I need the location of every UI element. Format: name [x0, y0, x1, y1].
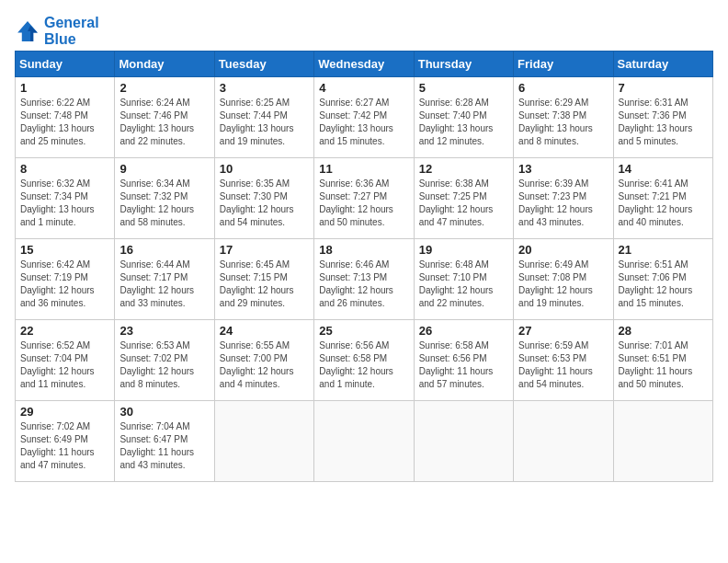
day-info: Sunrise: 7:04 AMSunset: 6:47 PMDaylight:…: [119, 420, 209, 472]
day-info: Sunrise: 6:51 AMSunset: 7:06 PMDaylight:…: [619, 259, 708, 310]
calendar-cell: 5 Sunrise: 6:28 AMSunset: 7:40 PMDayligh…: [414, 77, 513, 158]
logo-icon: [15, 18, 40, 44]
week-row-4: 22 Sunrise: 6:52 AMSunset: 7:04 PMDaylig…: [16, 320, 713, 401]
day-number: 2: [119, 81, 209, 95]
day-number: 13: [518, 162, 608, 176]
day-info: Sunrise: 6:55 AMSunset: 7:00 PMDaylight:…: [220, 339, 309, 391]
header-cell-sunday: Sunday: [16, 52, 115, 77]
calendar-table: SundayMondayTuesdayWednesdayThursdayFrid…: [15, 51, 713, 482]
calendar-cell: 30 Sunrise: 7:04 AMSunset: 6:47 PMDaylig…: [115, 401, 214, 482]
day-info: Sunrise: 6:29 AMSunset: 7:38 PMDaylight:…: [518, 97, 608, 148]
calendar-cell: 10 Sunrise: 6:35 AMSunset: 7:30 PMDaylig…: [214, 158, 313, 239]
day-number: 16: [119, 243, 209, 257]
calendar-cell: 7 Sunrise: 6:31 AMSunset: 7:36 PMDayligh…: [613, 77, 712, 158]
day-number: 18: [319, 243, 408, 257]
calendar-cell: [613, 401, 712, 482]
day-info: Sunrise: 6:48 AMSunset: 7:10 PMDaylight:…: [419, 259, 508, 310]
day-info: Sunrise: 6:56 AMSunset: 6:58 PMDaylight:…: [319, 339, 408, 391]
day-info: Sunrise: 6:49 AMSunset: 7:08 PMDaylight:…: [518, 259, 608, 310]
day-info: Sunrise: 6:27 AMSunset: 7:42 PMDaylight:…: [319, 97, 408, 148]
calendar-cell: 9 Sunrise: 6:34 AMSunset: 7:32 PMDayligh…: [115, 158, 214, 239]
calendar-cell: 24 Sunrise: 6:55 AMSunset: 7:00 PMDaylig…: [214, 320, 313, 401]
header-cell-thursday: Thursday: [414, 52, 513, 77]
day-number: 14: [619, 162, 708, 176]
day-number: 9: [119, 162, 209, 176]
day-number: 11: [319, 162, 408, 176]
calendar-cell: [414, 401, 513, 482]
calendar-cell: [514, 401, 613, 482]
day-number: 24: [220, 324, 309, 338]
header-cell-wednesday: Wednesday: [314, 52, 414, 77]
day-info: Sunrise: 6:35 AMSunset: 7:30 PMDaylight:…: [220, 178, 309, 229]
day-info: Sunrise: 6:53 AMSunset: 7:02 PMDaylight:…: [119, 339, 209, 391]
day-number: 19: [419, 243, 508, 257]
day-info: Sunrise: 6:28 AMSunset: 7:40 PMDaylight:…: [419, 97, 508, 148]
day-number: 23: [119, 324, 209, 338]
day-number: 7: [619, 81, 708, 95]
header-cell-monday: Monday: [115, 52, 214, 77]
day-number: 20: [518, 243, 608, 257]
calendar-cell: 15 Sunrise: 6:42 AMSunset: 7:19 PMDaylig…: [16, 239, 115, 320]
day-info: Sunrise: 6:52 AMSunset: 7:04 PMDaylight:…: [20, 339, 109, 391]
day-info: Sunrise: 6:25 AMSunset: 7:44 PMDaylight:…: [220, 97, 309, 148]
week-row-5: 29 Sunrise: 7:02 AMSunset: 6:49 PMDaylig…: [16, 401, 713, 482]
day-info: Sunrise: 6:41 AMSunset: 7:21 PMDaylight:…: [619, 178, 708, 229]
day-number: 28: [619, 324, 708, 338]
calendar-cell: 23 Sunrise: 6:53 AMSunset: 7:02 PMDaylig…: [115, 320, 214, 401]
week-row-3: 15 Sunrise: 6:42 AMSunset: 7:19 PMDaylig…: [16, 239, 713, 320]
header-cell-saturday: Saturday: [613, 52, 712, 77]
calendar-cell: 16 Sunrise: 6:44 AMSunset: 7:17 PMDaylig…: [115, 239, 214, 320]
header-cell-tuesday: Tuesday: [214, 52, 313, 77]
day-info: Sunrise: 6:42 AMSunset: 7:19 PMDaylight:…: [20, 259, 109, 310]
calendar-cell: 27 Sunrise: 6:59 AMSunset: 6:53 PMDaylig…: [514, 320, 613, 401]
day-info: Sunrise: 6:44 AMSunset: 7:17 PMDaylight:…: [119, 259, 209, 310]
calendar-cell: 21 Sunrise: 6:51 AMSunset: 7:06 PMDaylig…: [613, 239, 712, 320]
calendar-body: 1 Sunrise: 6:22 AMSunset: 7:48 PMDayligh…: [16, 77, 713, 482]
calendar-cell: 2 Sunrise: 6:24 AMSunset: 7:46 PMDayligh…: [115, 77, 214, 158]
day-info: Sunrise: 7:01 AMSunset: 6:51 PMDaylight:…: [619, 339, 708, 391]
week-row-1: 1 Sunrise: 6:22 AMSunset: 7:48 PMDayligh…: [16, 77, 713, 158]
calendar-cell: 14 Sunrise: 6:41 AMSunset: 7:21 PMDaylig…: [613, 158, 712, 239]
day-info: Sunrise: 6:24 AMSunset: 7:46 PMDaylight:…: [119, 97, 209, 148]
day-number: 5: [419, 81, 508, 95]
calendar-cell: 26 Sunrise: 6:58 AMSunset: 6:56 PMDaylig…: [414, 320, 513, 401]
calendar-cell: 6 Sunrise: 6:29 AMSunset: 7:38 PMDayligh…: [514, 77, 613, 158]
calendar-cell: 4 Sunrise: 6:27 AMSunset: 7:42 PMDayligh…: [314, 77, 414, 158]
week-row-2: 8 Sunrise: 6:32 AMSunset: 7:34 PMDayligh…: [16, 158, 713, 239]
calendar-cell: 13 Sunrise: 6:39 AMSunset: 7:23 PMDaylig…: [514, 158, 613, 239]
logo: General Blue: [15, 15, 99, 47]
day-number: 3: [220, 81, 309, 95]
day-number: 17: [220, 243, 309, 257]
day-info: Sunrise: 6:46 AMSunset: 7:13 PMDaylight:…: [319, 259, 408, 310]
calendar-cell: 25 Sunrise: 6:56 AMSunset: 6:58 PMDaylig…: [314, 320, 414, 401]
calendar-cell: 17 Sunrise: 6:45 AMSunset: 7:15 PMDaylig…: [214, 239, 313, 320]
calendar-cell: [214, 401, 313, 482]
calendar-cell: 29 Sunrise: 7:02 AMSunset: 6:49 PMDaylig…: [16, 401, 115, 482]
day-number: 4: [319, 81, 408, 95]
day-info: Sunrise: 6:36 AMSunset: 7:27 PMDaylight:…: [319, 178, 408, 229]
day-info: Sunrise: 6:22 AMSunset: 7:48 PMDaylight:…: [20, 97, 109, 148]
day-info: Sunrise: 6:58 AMSunset: 6:56 PMDaylight:…: [419, 339, 508, 391]
day-number: 22: [20, 324, 109, 338]
calendar-cell: [314, 401, 414, 482]
day-number: 27: [518, 324, 608, 338]
header-row: SundayMondayTuesdayWednesdayThursdayFrid…: [16, 52, 713, 77]
calendar-cell: 22 Sunrise: 6:52 AMSunset: 7:04 PMDaylig…: [16, 320, 115, 401]
day-number: 21: [619, 243, 708, 257]
day-info: Sunrise: 6:34 AMSunset: 7:32 PMDaylight:…: [119, 178, 209, 229]
day-number: 12: [419, 162, 508, 176]
day-number: 10: [220, 162, 309, 176]
calendar-cell: 1 Sunrise: 6:22 AMSunset: 7:48 PMDayligh…: [16, 77, 115, 158]
calendar-cell: 19 Sunrise: 6:48 AMSunset: 7:10 PMDaylig…: [414, 239, 513, 320]
day-number: 25: [319, 324, 408, 338]
day-number: 8: [20, 162, 109, 176]
calendar-cell: 28 Sunrise: 7:01 AMSunset: 6:51 PMDaylig…: [613, 320, 712, 401]
day-number: 29: [20, 405, 109, 419]
page-header: General Blue: [15, 15, 713, 47]
header-cell-friday: Friday: [514, 52, 613, 77]
calendar-cell: 3 Sunrise: 6:25 AMSunset: 7:44 PMDayligh…: [214, 77, 313, 158]
day-number: 30: [119, 405, 209, 419]
calendar-cell: 20 Sunrise: 6:49 AMSunset: 7:08 PMDaylig…: [514, 239, 613, 320]
day-info: Sunrise: 6:38 AMSunset: 7:25 PMDaylight:…: [419, 178, 508, 229]
calendar-cell: 11 Sunrise: 6:36 AMSunset: 7:27 PMDaylig…: [314, 158, 414, 239]
